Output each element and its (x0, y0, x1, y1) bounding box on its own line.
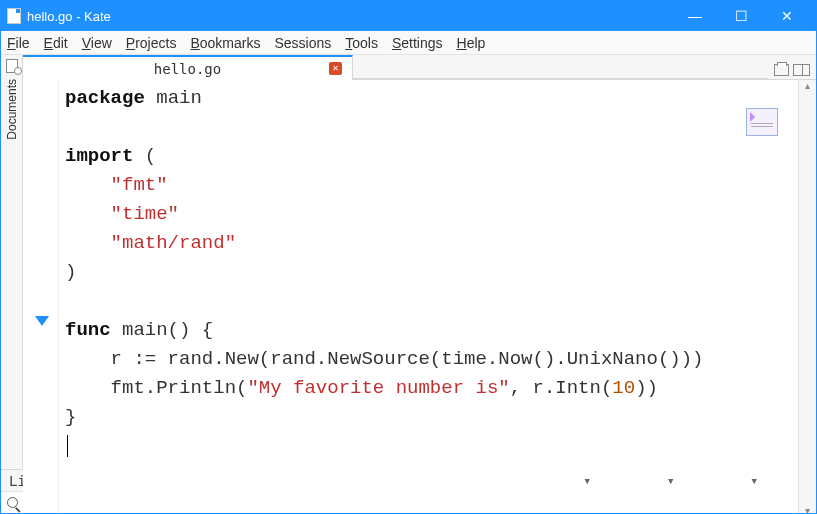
editor: package main import ( "fmt" "time" "math… (23, 80, 816, 514)
new-tab-icon[interactable] (774, 64, 789, 76)
menu-bookmarks[interactable]: Bookmarks (190, 35, 260, 51)
menu-settings[interactable]: Settings (392, 35, 443, 51)
menu-tools[interactable]: Tools (345, 35, 378, 51)
fold-marker-icon[interactable] (35, 316, 49, 326)
split-view-icon[interactable] (793, 64, 810, 76)
code-area[interactable]: package main import ( "fmt" "time" "math… (59, 80, 798, 514)
titlebar: hello.go - Kate — ☐ ✕ (1, 1, 816, 31)
tab-label: hello.go (154, 61, 221, 77)
menu-help[interactable]: Help (457, 35, 486, 51)
gutter[interactable] (23, 80, 59, 514)
left-sidebar: Documents (1, 55, 23, 469)
scroll-up-icon[interactable]: ▴ (799, 80, 816, 98)
menu-sessions[interactable]: Sessions (274, 35, 331, 51)
tab-hello-go[interactable]: hello.go ✕ (23, 55, 353, 80)
documents-panel-icon[interactable] (6, 59, 18, 73)
tab-close-icon[interactable]: ✕ (329, 62, 342, 75)
menubar: File Edit View Projects Bookmarks Sessio… (1, 31, 816, 55)
documents-panel-label[interactable]: Documents (5, 79, 19, 140)
vertical-scrollbar[interactable]: ▴ ▾ (798, 80, 816, 514)
window-controls: — ☐ ✕ (672, 1, 810, 31)
scroll-down-icon[interactable]: ▾ (799, 505, 816, 514)
minimap[interactable] (746, 108, 778, 136)
menu-view[interactable]: View (82, 35, 112, 51)
document-icon (7, 8, 21, 24)
menu-projects[interactable]: Projects (126, 35, 177, 51)
maximize-button[interactable]: ☐ (718, 1, 764, 31)
minimize-button[interactable]: — (672, 1, 718, 31)
search-icon[interactable] (7, 497, 18, 508)
tabbar: hello.go ✕ (23, 55, 816, 80)
window-title: hello.go - Kate (27, 9, 111, 24)
menu-file[interactable]: File (7, 35, 30, 51)
menu-edit[interactable]: Edit (44, 35, 68, 51)
text-cursor (67, 435, 68, 457)
close-button[interactable]: ✕ (764, 1, 810, 31)
